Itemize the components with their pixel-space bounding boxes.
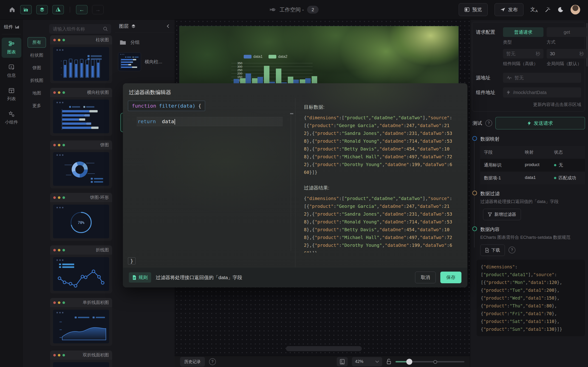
request-config-card: 请求配置 普通请求 get 类型 方式 暂无 秒 30 秒 组件间隔（高级） 全… <box>472 22 585 111</box>
language-icon[interactable]: 文A <box>530 6 538 13</box>
layers-panel-toggle-button[interactable] <box>36 5 48 14</box>
component-card-line[interactable]: 折线图 <box>50 245 112 293</box>
cancel-button[interactable]: 取消 <box>415 272 436 283</box>
save-button[interactable]: 保存 <box>440 272 461 283</box>
card-title: 柱状图 <box>96 37 109 43</box>
method-label: 方式 <box>547 39 587 45</box>
slider-thumb[interactable] <box>406 359 412 365</box>
send-request-button[interactable]: 发送请求 <box>495 117 585 129</box>
layer-item-hbar[interactable]: 横向柱... <box>118 52 174 71</box>
add-filter-button[interactable]: 新增过滤器 <box>483 209 521 220</box>
category-pie[interactable]: 饼图 <box>28 63 46 73</box>
y-axis-label: 300 <box>232 65 242 68</box>
home-icon[interactable] <box>9 6 16 13</box>
chart-panel-toggle-button[interactable] <box>20 5 32 14</box>
content-help-icon[interactable]: ? <box>509 247 515 253</box>
code-editor[interactable]: function filter(data) { return data } <box>123 98 295 267</box>
tab-info-label: 信息 <box>7 73 16 78</box>
category-all[interactable]: 所有 <box>27 37 46 48</box>
arrow-left-icon: ← <box>79 7 85 12</box>
help-icon[interactable]: ? <box>209 358 216 365</box>
modal-footer: 规则 过滤器将处理接口返回值的「data」字段 取消 保存 <box>123 267 467 287</box>
undo-button[interactable]: ← <box>76 5 87 14</box>
card-title: 饼图 <box>100 142 109 148</box>
status-dot <box>554 177 556 179</box>
chart-bar-data1 <box>258 77 263 83</box>
rule-badge: 规则 <box>129 272 151 283</box>
category-more[interactable]: 更多 <box>28 101 46 111</box>
panel-icon <box>340 359 345 365</box>
component-card-pie[interactable]: 饼图 <box>50 140 112 188</box>
zoom-slider[interactable] <box>396 357 464 366</box>
component-interval-input[interactable]: 暂无 秒 <box>503 49 544 58</box>
dot-yellow <box>58 39 61 41</box>
collapse-chevron-icon[interactable] <box>166 24 170 28</box>
request-method-box[interactable]: get <box>547 27 587 37</box>
col-field: 字段 <box>484 149 525 155</box>
details-panel-toggle-button[interactable] <box>52 5 64 14</box>
category-bar[interactable]: 柱状图 <box>28 50 46 60</box>
function-name: filter(data) <box>159 103 195 109</box>
gridline: 350 <box>231 63 313 63</box>
bar-chart-small-icon <box>15 25 19 29</box>
canvas-bar-chart[interactable]: data1 data2 350300250200150100 <box>218 51 317 83</box>
history-button[interactable]: 历史记录 <box>180 357 205 367</box>
avatar[interactable] <box>571 5 580 15</box>
tab-charts[interactable]: 图表 <box>2 38 21 58</box>
canvas-footer-bar: 历史记录 ? 42% <box>174 356 470 367</box>
card-title: 双折线面积图 <box>83 352 109 358</box>
editor-scrollbar-thumb[interactable] <box>290 113 293 114</box>
magic-wand-icon[interactable] <box>545 7 551 13</box>
filter-results-column: 目标数据: {"dimensions":["product","dataOne"… <box>300 98 467 267</box>
open-brace: { <box>198 103 201 109</box>
dot-red <box>53 91 56 94</box>
publish-label: 发布 <box>508 6 518 13</box>
mapping-table: 字段 映射 状态 通用标识 product 无 数据项-1 data1 匹配成功 <box>480 146 585 184</box>
category-line[interactable]: 折线图 <box>28 75 46 85</box>
horizontal-scrollbar[interactable] <box>286 346 362 351</box>
dark-mode-moon-icon[interactable] <box>558 7 564 13</box>
target-data-label: 目标数据: <box>304 104 461 110</box>
component-card-hbar[interactable]: 横向柱状图 <box>50 88 112 136</box>
component-card-ring[interactable]: 饼图-环形 70% <box>50 193 112 241</box>
panel-layout-button[interactable] <box>337 357 348 366</box>
lock-open-icon[interactable] <box>386 359 391 365</box>
layer-group-item[interactable]: 分组 <box>120 39 174 45</box>
publish-button[interactable]: 发布 <box>494 3 523 16</box>
component-card-bar[interactable]: 柱状图 <box>50 35 112 83</box>
chart-bar-data2 <box>240 78 246 83</box>
content-title: 数据内容 <box>480 226 585 233</box>
info-text-icon: A <box>8 64 15 70</box>
component-card-area2[interactable]: 双折线面积图 <box>50 350 112 367</box>
lightning-icon <box>507 90 510 95</box>
preview-button[interactable]: 预览 <box>459 3 488 16</box>
source-address-input[interactable]: 暂无 <box>503 73 581 83</box>
tab-list[interactable]: 列表 <box>2 84 21 105</box>
tab-widgets[interactable]: 小组件 <box>2 108 21 128</box>
card-title: 单折线面积图 <box>83 300 109 306</box>
redo-button[interactable]: → <box>92 5 104 14</box>
slider-100-marker <box>433 360 437 364</box>
workspace-title: 工作空间 - <box>279 6 304 13</box>
component-address-input[interactable]: /mock/chartData <box>503 87 581 98</box>
bar-chart-thumbnail <box>53 47 109 81</box>
component-card-area[interactable]: 单折线面积图 <box>50 298 112 346</box>
pulse-icon <box>507 76 512 80</box>
tab-info[interactable]: A 信息 <box>2 61 21 81</box>
search-input[interactable] <box>52 26 103 32</box>
download-button[interactable]: 下载 <box>480 244 505 256</box>
chart-bar-data2 <box>312 76 317 83</box>
global-interval-input[interactable]: 30 秒 <box>547 49 587 58</box>
keyword-return: return <box>138 119 156 124</box>
component-interval-label: 组件间隔（高级） <box>503 61 544 67</box>
code-current-line[interactable]: return data <box>137 117 283 126</box>
rule-label: 规则 <box>138 274 148 281</box>
data-content-section: 数据内容 ECharts 图表需符合 ECharts-setdata 数据规范 … <box>470 226 585 256</box>
global-interval-label: 全局间隔（默认） <box>547 61 587 67</box>
zoom-level-select[interactable]: 42% <box>352 357 382 366</box>
y-axis-label: 250 <box>232 68 242 72</box>
test-help-icon[interactable]: ? <box>485 120 492 127</box>
request-type-chip[interactable]: 普通请求 <box>503 27 544 37</box>
category-map[interactable]: 地图 <box>28 88 46 98</box>
data-content-json[interactable]: {"dimensions": ["product","data1"],"sour… <box>477 260 585 336</box>
